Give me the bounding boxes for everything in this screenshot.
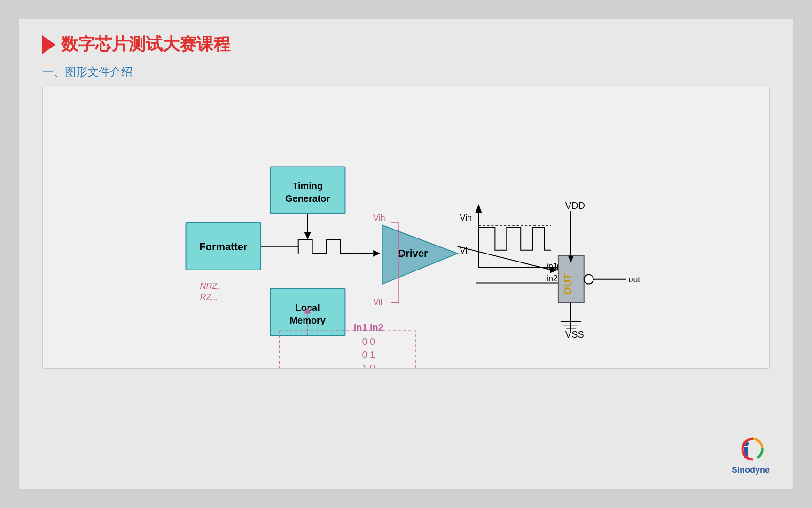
diagram-svg: Formatter NRZ, RZ... Timing Generator Lo… <box>43 87 769 368</box>
diagram-area: Formatter NRZ, RZ... Timing Generator Lo… <box>42 87 770 369</box>
truth-table-header: in1 in2 <box>354 322 383 333</box>
sinodyne-icon <box>736 435 765 463</box>
truth-row3: 1 0 <box>362 363 375 368</box>
truth-row1: 0 0 <box>362 336 375 347</box>
nand-circle <box>584 275 593 284</box>
timing-gen-label2: Generator <box>285 193 330 204</box>
sinodyne-logo: Sinodyne <box>732 435 770 475</box>
vil-purple-label: Vil <box>373 297 383 307</box>
wave-y-arrowhead <box>476 204 482 213</box>
vih-purple-label: Vih <box>373 213 385 222</box>
in2-label: in2 <box>547 274 558 283</box>
driver-label: Driver <box>398 247 428 259</box>
header: 数字芯片测试大赛课程 <box>19 19 793 61</box>
timing-gen-label1: Timing <box>292 181 323 191</box>
vih-waveform-label: Vih <box>460 213 472 222</box>
slide: 数字芯片测试大赛课程 一、图形文件介绍 Formatter NRZ, RZ...… <box>19 19 793 489</box>
vss-label: VSS <box>565 329 584 340</box>
timing-arrow <box>304 232 311 239</box>
waveform-arrowhead <box>373 250 380 257</box>
logo-text: Sinodyne <box>732 465 770 475</box>
dut-label: DUT <box>562 273 573 294</box>
formatter-label: Formatter <box>199 241 248 253</box>
chevron-icon <box>42 35 55 54</box>
output-waveform <box>478 228 551 250</box>
vdd-label: VDD <box>565 200 585 211</box>
pattern-dashed-rect <box>280 331 415 368</box>
truth-row2: 0 1 <box>362 349 375 360</box>
out-label: out <box>628 275 640 284</box>
subtitle: 一、图形文件介绍 <box>19 61 793 87</box>
page-title: 数字芯片测试大赛课程 <box>61 33 230 56</box>
rz-label: RZ... <box>200 293 218 302</box>
waveform-shape <box>298 239 355 254</box>
in1-label: in1 <box>547 262 558 271</box>
nrz-label: NRZ, <box>200 281 219 291</box>
